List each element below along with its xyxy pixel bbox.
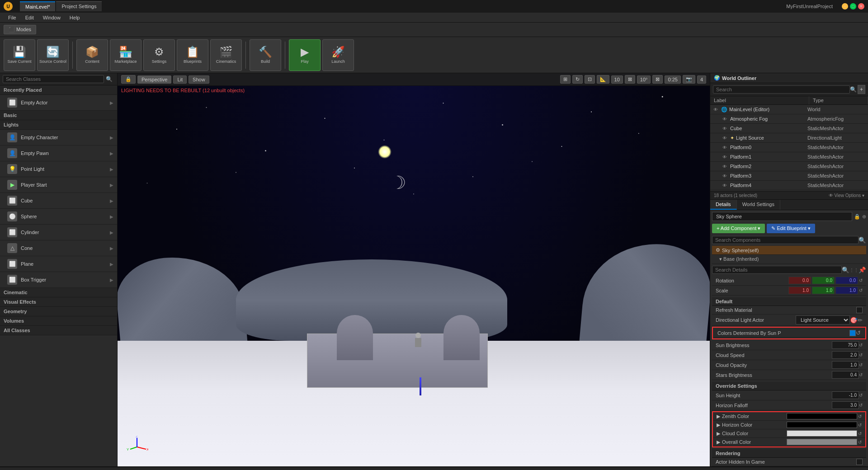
window-maximize[interactable]: □ xyxy=(850,3,856,9)
play-button[interactable]: ▶ Play xyxy=(289,39,321,71)
scale-z-input[interactable] xyxy=(835,287,858,294)
stars-brightness-input[interactable] xyxy=(832,371,859,379)
tab-main-level[interactable]: MainLevel* xyxy=(20,1,55,11)
tab-details[interactable]: Details xyxy=(710,200,737,210)
vp-scale-button[interactable]: ⊡ xyxy=(585,75,595,84)
cloud-speed-reset[interactable]: ↺ xyxy=(859,352,863,357)
list-item-point-light[interactable]: 💡 Point Light ▶ xyxy=(0,161,117,177)
zenith-color-swatch[interactable] xyxy=(787,413,858,419)
vp-camera-button[interactable]: 📷 xyxy=(683,75,695,84)
details-pin-btn[interactable]: 📌 xyxy=(859,267,866,273)
category-visual-effects[interactable]: Visual Effects xyxy=(0,297,117,307)
outliner-row-platform4[interactable]: 👁 Platform4 StaticMeshActor xyxy=(710,181,868,190)
details-view-options-btn[interactable]: ⋮⋮ xyxy=(849,268,859,273)
tab-world-settings[interactable]: World Settings xyxy=(737,200,780,210)
colors-determined-btn[interactable]: ↺ xyxy=(856,329,861,336)
rendering-section-header[interactable]: Rendering xyxy=(712,449,866,458)
details-lock-icon[interactable]: 🔒 xyxy=(854,214,860,220)
rotation-x-input[interactable] xyxy=(788,277,811,284)
outliner-row-light-source[interactable]: 👁 ✦ Light Source DirectionalLight xyxy=(710,133,868,143)
search-components-btn[interactable]: 🔍 xyxy=(859,237,866,244)
horizon-expand-icon[interactable]: ▶ xyxy=(717,422,720,428)
rotation-z-input[interactable] xyxy=(835,277,858,284)
window-minimize[interactable]: − xyxy=(842,3,848,9)
outliner-add-button[interactable]: + xyxy=(858,85,865,94)
directional-light-pick-btn[interactable]: 🎯 xyxy=(850,317,858,324)
menu-window[interactable]: Window xyxy=(38,14,65,22)
list-item-cube[interactable]: ⬜ Cube ▶ xyxy=(0,193,117,209)
outliner-row-platform1[interactable]: 👁 Platform1 StaticMeshActor xyxy=(710,152,868,162)
list-item-player-start[interactable]: ▶ Player Start ▶ xyxy=(0,177,117,193)
outliner-row-platform2[interactable]: 👁 Platform2 StaticMeshActor xyxy=(710,162,868,171)
actor-name-input[interactable] xyxy=(712,212,852,221)
zenith-color-reset[interactable]: ↺ xyxy=(858,414,862,419)
outliner-search-input[interactable] xyxy=(713,85,850,94)
launch-button[interactable]: 🚀 Launch xyxy=(322,39,354,71)
category-geometry[interactable]: Geometry xyxy=(0,307,117,316)
vp-perspective-lock[interactable]: 🔒 xyxy=(121,75,136,84)
component-sky-sphere[interactable]: ⚙ Sky Sphere(self) xyxy=(712,246,866,255)
outliner-search-button[interactable]: 🔍 xyxy=(850,86,857,93)
viewport[interactable]: 🔒 Perspective Lit Show ⊞ ↻ ⊡ 📐 10 ⊠ 10° … xyxy=(118,73,710,466)
category-cinematic[interactable]: Cinematic xyxy=(0,288,117,297)
list-item-empty-character[interactable]: 👤 Empty Character ▶ xyxy=(0,130,117,146)
overall-color-reset[interactable]: ↺ xyxy=(858,440,862,445)
refresh-material-checkbox[interactable] xyxy=(856,307,863,313)
search-classes-input[interactable] xyxy=(3,75,104,83)
directional-light-dropdown[interactable]: Light Source xyxy=(796,315,850,324)
horizon-falloff-input[interactable] xyxy=(832,401,859,409)
outliner-row-platform0[interactable]: 👁 Platform0 StaticMeshActor xyxy=(710,143,868,152)
directional-light-edit-btn[interactable]: ✏ xyxy=(858,317,863,324)
cloud-expand-icon[interactable]: ▶ xyxy=(717,431,720,437)
marketplace-button[interactable]: 🏪 Marketplace xyxy=(110,39,142,71)
list-item-cone[interactable]: △ Cone ▶ xyxy=(0,240,117,256)
rotation-reset-btn[interactable]: ↺ xyxy=(859,278,863,283)
save-current-button[interactable]: 💾 Save Current xyxy=(4,39,35,71)
list-item-plane[interactable]: ⬜ Plane ▶ xyxy=(0,256,117,272)
rotation-y-input[interactable] xyxy=(812,277,835,284)
menu-help[interactable]: Help xyxy=(65,14,85,22)
cinematics-button[interactable]: 🎬 Cinematics xyxy=(210,39,242,71)
viewport-canvas[interactable]: ☽ xyxy=(118,73,710,466)
default-section-header[interactable]: Default xyxy=(712,297,866,306)
search-classes-button[interactable]: 🔍 xyxy=(104,75,114,83)
vp-coord-button[interactable]: 📐 xyxy=(597,75,609,84)
search-details-input[interactable] xyxy=(712,266,842,274)
search-details-btn[interactable]: 🔍 xyxy=(842,267,849,273)
list-item-empty-actor[interactable]: ⬜ Empty Actor ▶ xyxy=(0,95,117,111)
overall-color-swatch[interactable] xyxy=(787,439,858,445)
search-components-input[interactable] xyxy=(712,236,859,244)
cloud-speed-input[interactable] xyxy=(832,351,859,359)
outliner-row-cube[interactable]: 👁 Cube StaticMeshActor xyxy=(710,124,868,133)
horizon-color-reset[interactable]: ↺ xyxy=(858,423,862,428)
list-item-empty-pawn[interactable]: 👤 Empty Pawn ▶ xyxy=(0,146,117,161)
build-button[interactable]: 🔨 Build xyxy=(250,39,281,71)
zenith-expand-icon[interactable]: ▶ xyxy=(717,414,720,419)
sun-brightness-reset[interactable]: ↺ xyxy=(859,343,863,348)
horizon-falloff-reset[interactable]: ↺ xyxy=(859,403,863,408)
cloud-color-reset[interactable]: ↺ xyxy=(858,431,862,436)
menu-file[interactable]: File xyxy=(4,14,21,22)
scale-y-input[interactable] xyxy=(812,287,835,294)
vp-lit-button[interactable]: Lit xyxy=(173,75,187,84)
overall-expand-icon[interactable]: ▶ xyxy=(717,439,720,445)
scale-reset-btn[interactable]: ↺ xyxy=(859,288,863,293)
category-lights[interactable]: Lights xyxy=(0,120,117,130)
edit-blueprint-button[interactable]: ✎ Edit Blueprint ▾ xyxy=(767,224,815,233)
modes-button[interactable]: ⬛ Modes xyxy=(4,25,36,34)
vp-grid-snap-button[interactable]: ⊠ xyxy=(625,75,635,84)
vp-show-button[interactable]: Show xyxy=(189,75,209,84)
tab-project-settings[interactable]: Project Settings xyxy=(56,1,102,11)
component-base-inherited[interactable]: ▾ Base (Inherited) xyxy=(712,255,866,264)
outliner-row-platform3[interactable]: 👁 Platform3 StaticMeshActor xyxy=(710,171,868,181)
sun-height-reset[interactable]: ↺ xyxy=(859,393,863,398)
category-all-classes[interactable]: All Classes xyxy=(0,326,117,335)
blueprints-button[interactable]: 📋 Blueprints xyxy=(177,39,208,71)
stars-brightness-reset[interactable]: ↺ xyxy=(859,372,863,377)
cloud-opacity-reset[interactable]: ↺ xyxy=(859,362,863,367)
category-recently-placed[interactable]: Recently Placed xyxy=(0,85,117,95)
sun-brightness-input[interactable] xyxy=(832,341,859,349)
outliner-row-mainlevel[interactable]: 👁 🌐 MainLevel (Editor) World xyxy=(710,105,868,114)
horizon-color-swatch[interactable] xyxy=(787,422,858,428)
add-component-button[interactable]: + Add Component ▾ xyxy=(712,224,765,233)
